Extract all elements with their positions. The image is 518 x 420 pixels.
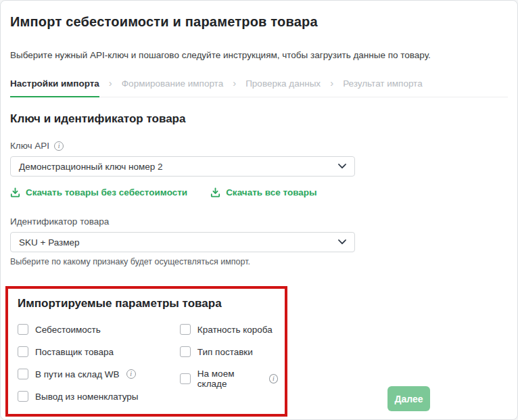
api-key-label-row: Ключ API i — [10, 141, 508, 151]
download-all-products-link[interactable]: Скачать все товары — [210, 187, 317, 197]
identifier-label-row: Идентификатор товара — [10, 216, 508, 227]
checkbox[interactable] — [18, 391, 28, 402]
info-icon[interactable]: i — [54, 141, 64, 151]
info-icon[interactable]: i — [126, 369, 136, 379]
identifier-hint: Выберите по какому признаку будет осущес… — [10, 257, 508, 266]
checkbox[interactable] — [18, 324, 28, 335]
identifier-selected-value: SKU + Размер — [19, 237, 80, 248]
step-import-result: Результат импорта — [343, 78, 423, 96]
key-section-heading: Ключ и идентификатор товара — [10, 112, 508, 126]
api-key-selected-value: Демонстрационный ключ номер 2 — [19, 162, 163, 172]
checkbox-row-cost[interactable]: Себестоимость — [18, 324, 180, 335]
download-icon — [10, 187, 20, 197]
step-data-check: Проверка данных — [245, 78, 321, 96]
checkbox-label: Тип поставки — [197, 347, 253, 357]
identifier-select[interactable]: SKU + Размер — [10, 232, 355, 252]
next-button[interactable]: Далее — [387, 386, 430, 411]
checkbox[interactable] — [180, 324, 191, 335]
checkbox-row-my-warehouse[interactable]: На моем складе i — [180, 369, 278, 389]
page-title: Импорт себестоимости и параметров товара — [10, 14, 508, 30]
checkbox-label: Кратность короба — [197, 325, 273, 335]
checkbox[interactable] — [180, 346, 191, 357]
download-links-row: Скачать товары без себестоимости Скачать… — [10, 187, 508, 197]
params-checkbox-columns: Себестоимость Поставщик товара В пути на… — [13, 324, 278, 402]
params-column-right: Кратность короба Тип поставки На моем ск… — [180, 324, 278, 402]
checkbox[interactable] — [180, 373, 191, 384]
checkbox-row-supplier[interactable]: Поставщик товара — [18, 346, 180, 357]
api-key-label: Ключ API — [10, 141, 49, 151]
chevron-down-icon — [338, 239, 346, 245]
api-key-select[interactable]: Демонстрационный ключ номер 2 — [10, 156, 355, 177]
identifier-label: Идентификатор товара — [10, 216, 109, 227]
download-link-label: Скачать все товары — [226, 187, 317, 197]
checkbox-row-nomenclature-removal[interactable]: Вывод из номенклатуры — [18, 391, 180, 402]
imported-params-highlight-box: Импортируемые параметры товара Себестоим… — [5, 286, 287, 417]
chevron-right-icon: › — [223, 77, 245, 96]
checkbox-row-supply-type[interactable]: Тип поставки — [180, 346, 278, 357]
params-column-left: Себестоимость Поставщик товара В пути на… — [13, 324, 180, 402]
import-page-card: Импорт себестоимости и параметров товара… — [0, 0, 518, 420]
checkbox-row-box-multiplicity[interactable]: Кратность короба — [180, 324, 278, 335]
step-import-forming: Формирование импорта — [122, 78, 223, 96]
download-link-label: Скачать товары без себестоимости — [26, 187, 187, 197]
chevron-right-icon: › — [99, 77, 122, 96]
checkbox-label: На моем складе — [197, 369, 262, 389]
page-subtitle: Выберите нужный API-ключ и пошагово след… — [10, 50, 508, 60]
checkbox-label: Поставщик товара — [35, 347, 114, 357]
checkbox-label: В пути на склад WB — [35, 369, 120, 379]
checkbox-label: Себестоимость — [35, 325, 101, 335]
download-products-without-cost-link[interactable]: Скачать товары без себестоимости — [10, 187, 187, 197]
info-icon[interactable]: i — [269, 374, 278, 383]
download-icon — [210, 187, 220, 197]
checkbox-row-in-transit-wb[interactable]: В пути на склад WB i — [18, 369, 180, 379]
chevron-right-icon: › — [321, 77, 343, 96]
checkbox[interactable] — [18, 346, 28, 357]
step-import-settings[interactable]: Настройки импорта — [10, 78, 99, 97]
params-section-heading: Импортируемые параметры товара — [18, 297, 278, 310]
checkbox-label: Вывод из номенклатуры — [35, 392, 139, 402]
chevron-down-icon — [338, 164, 346, 169]
checkbox[interactable] — [18, 369, 28, 379]
import-steps-bar: Настройки импорта › Формирование импорта… — [10, 78, 508, 97]
